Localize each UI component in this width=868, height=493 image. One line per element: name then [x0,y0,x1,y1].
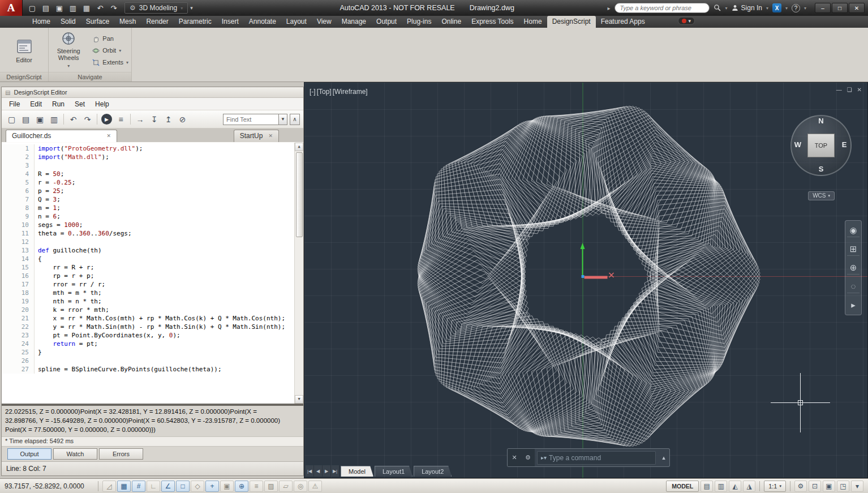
ribbon-tab-insert[interactable]: Insert [217,16,244,28]
object-snap-toggle[interactable]: □ [176,481,190,492]
chevron-down-icon[interactable]: ▾ [785,6,788,11]
compass-west[interactable]: W [793,140,802,149]
editor-button[interactable]: Editor [14,30,35,71]
recent-commands-icon[interactable]: ▴ [658,454,669,461]
grid-display-toggle[interactable]: # [132,481,145,492]
pan-button[interactable]: Pan [91,33,130,44]
ribbon-tab-output[interactable]: Output [371,16,402,28]
quick-properties-toggle[interactable]: ▱ [279,481,293,492]
3d-object-snap-toggle[interactable]: ◇ [191,481,204,492]
pan-hand-icon[interactable]: ⊞ [847,242,860,256]
show-motion-icon[interactable]: ▸ [847,298,860,312]
editor-tab-guillocher-ds[interactable]: Guillocher.ds✕ [6,130,117,142]
code-editor[interactable]: 1import("ProtoGeometry.dll");2import("Ma… [2,143,303,404]
code-line[interactable]: 5r = -0.25; [2,178,294,187]
save-script-icon[interactable]: ▣ [33,113,46,126]
orbit-button[interactable]: Orbit ▾ [91,45,130,56]
annotation-visibility-icon[interactable]: ◭ [729,481,741,492]
selection-cycling-toggle[interactable]: ◎ [294,481,307,492]
model-space-toggle[interactable]: MODEL [666,481,699,492]
view-controls-menu[interactable]: [Top] [316,88,332,96]
close-drawing-icon[interactable]: ✕ [857,87,862,93]
redo-icon[interactable]: ↷ [108,2,120,14]
lineweight-toggle[interactable]: ≡ [250,481,263,492]
quick-view-layouts-icon[interactable]: ▥ [715,481,727,492]
save-as-icon[interactable]: ▥ [67,2,79,14]
ribbon-tab-manage[interactable]: Manage [337,16,371,28]
menu-file[interactable]: File [4,99,25,109]
code-line[interactable]: 6p = 25; [2,187,294,195]
prev-tab-icon[interactable]: ◀ [314,465,323,477]
undo-icon[interactable]: ↶ [67,113,80,126]
wcs-menu-button[interactable]: WCS ▾ [808,191,835,200]
code-line[interactable]: 16 rp = r + p; [2,272,294,280]
ribbon-tab-home[interactable]: Home [519,16,547,28]
open-drawing-icon[interactable]: ▤ [40,2,52,14]
drawing-canvas[interactable] [304,83,867,478]
steering-wheel-icon[interactable]: ◉ [847,224,860,237]
console-tab-watch[interactable]: Watch [53,448,97,460]
code-line[interactable]: 21 x = rr * Math.Cos(mth) + rp * Math.Co… [2,314,294,323]
ribbon-tab-plug-ins[interactable]: Plug-ins [402,16,436,28]
chevron-down-icon[interactable]: ▾ [725,6,728,11]
chevron-down-icon[interactable]: ▾ [766,6,768,11]
menu-help[interactable]: Help [90,99,114,109]
ribbon-tab-home[interactable]: Home [27,16,55,28]
ribbon-tab-view[interactable]: View [312,16,337,28]
undo-icon[interactable]: ↶ [94,2,106,14]
ribbon-tab-surface[interactable]: Surface [81,16,114,28]
ribbon-tab-online[interactable]: Online [436,16,466,28]
minimize-button[interactable]: – [815,3,831,13]
run-options-icon[interactable]: ≡ [114,113,127,126]
code-line[interactable]: 25} [2,348,294,357]
coordinates-readout[interactable]: 93.7157, -52.8292, 0.0000 [5,482,94,490]
layout-tab-model[interactable]: Model [341,466,373,477]
workspace-dropdown[interactable]: ⚙ 3D Modeling ▾ [124,2,188,14]
sign-in-button[interactable]: Sign In [732,4,762,12]
command-prompt[interactable]: ▸▾ [537,451,656,465]
code-line[interactable]: 22 y = rr * Math.Sin(mth) - rp * Math.Si… [2,323,294,331]
code-line[interactable]: 4R = 50; [2,170,294,178]
run-icon[interactable]: ▶ [101,114,112,125]
code-line[interactable]: 2import("Math.dll"); [2,153,294,161]
ribbon-tab-render[interactable]: Render [141,16,173,28]
menu-edit[interactable]: Edit [25,99,47,109]
code-line[interactable]: 27spline = BSplineCurve.ByPoints(guilloc… [2,365,294,374]
find-text-input[interactable] [223,114,278,125]
ribbon-tab-express-tools[interactable]: Express Tools [466,16,518,28]
customize-command-icon[interactable]: ⚙ [521,449,535,466]
code-line[interactable]: 1import("ProtoGeometry.dll"); [2,144,294,153]
vertical-scrollbar[interactable]: ▲ ▼ [294,143,303,404]
annotation-monitor-toggle[interactable]: ⚠ [308,481,322,492]
exchange-badge-icon[interactable]: ▾ [678,17,695,25]
help-icon[interactable]: ? [792,4,800,12]
compass-east[interactable]: E [840,140,849,149]
code-line[interactable]: 17 rror = rr / r; [2,280,294,289]
extents-button[interactable]: Extents ▾ [91,57,130,68]
viewcube-top-face[interactable]: TOP [807,134,835,157]
layout-tab-layout2[interactable]: Layout2 [414,466,452,477]
save-all-icon[interactable]: ▥ [48,113,61,126]
qat-customize-icon[interactable]: ▾ [190,5,193,11]
compass-south[interactable]: S [817,165,826,173]
menu-set[interactable]: Set [70,99,90,109]
step-out-icon[interactable]: ↥ [162,113,175,126]
close-button[interactable]: ✕ [849,3,865,13]
command-line[interactable]: ✕ ⚙ ▸▾ ▴ [507,448,670,467]
panel-label[interactable]: DesignScript [0,72,48,82]
new-drawing-icon[interactable]: ▢ [26,2,38,14]
dynamic-ucs-toggle[interactable]: ▣ [220,481,234,492]
code-line[interactable]: 23 pt = Point.ByCoordinates(x, y, 0); [2,331,294,340]
search-input[interactable] [615,3,710,13]
viewcube[interactable]: N S W E TOP [790,115,852,176]
output-console[interactable]: 22.022515, Z = 0.000000)Point(X = 32.428… [2,406,303,436]
status-menu-icon[interactable]: ▾ [851,481,863,492]
orbit-icon[interactable]: ◌ [847,280,860,293]
code-line[interactable]: 11theta = 0..360..360/segs; [2,229,294,238]
step-over-icon[interactable]: → [134,113,147,126]
code-line[interactable]: 20 k = rror * mth; [2,306,294,314]
scroll-up-icon[interactable]: ▲ [295,143,303,151]
clean-screen-icon[interactable]: ◳ [837,481,849,492]
ribbon-tab-featured-apps[interactable]: Featured Apps [596,16,650,28]
ribbon-tab-layout[interactable]: Layout [281,16,312,28]
